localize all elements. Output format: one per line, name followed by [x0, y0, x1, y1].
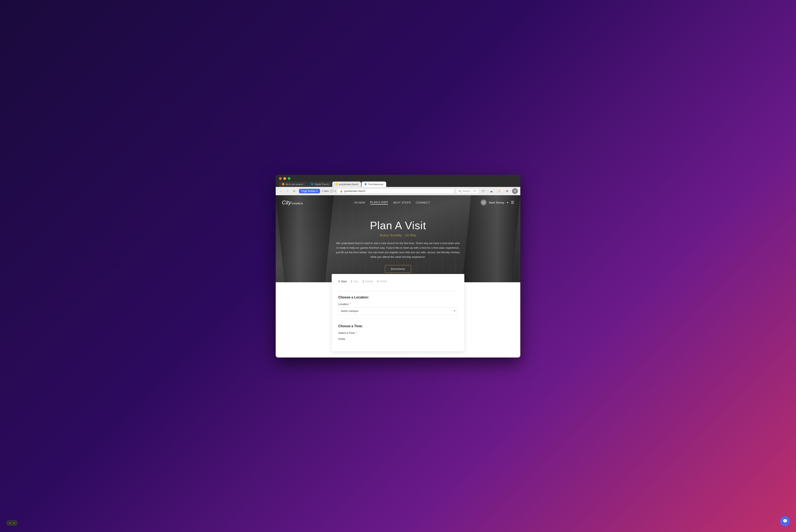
lock-icon: 🔒	[340, 190, 343, 192]
site-nav-links: I'M NEW PLAN A VISIT NEXT STEPS CONNECT	[354, 201, 430, 205]
step-2-label: You	[354, 280, 358, 283]
chat-icon: 💬	[782, 518, 788, 524]
step-4-num: 4	[377, 280, 379, 283]
site-nav-right: M Mark Tenney ▾ ☰	[481, 200, 514, 205]
cloud-icon-btn[interactable]: ☁	[488, 188, 494, 194]
tab-yourdomain-icon: 🟡	[335, 183, 338, 185]
traffic-lights	[276, 175, 520, 182]
logo-brand: City	[282, 200, 291, 206]
location-label: Location:	[338, 303, 349, 306]
user-chevron: ▾	[507, 201, 508, 204]
tab-allinone-label: All-in-one project...	[286, 183, 305, 186]
directions-button[interactable]: Directions	[385, 265, 411, 273]
user-avatar[interactable]: M	[512, 188, 518, 194]
nav-imnew[interactable]: I'M NEW	[354, 201, 365, 204]
comments-indicator: 💬 3	[330, 190, 336, 192]
dark-mode-icon: ●	[12, 521, 16, 525]
page-builder-button[interactable]: Page Builder ▾	[299, 189, 320, 193]
step-3-label: Family	[365, 280, 373, 283]
browser-toolbar: ‹ › ↻ Page Builder ▾ + New 💬 3 🔒 yourdom…	[276, 187, 520, 195]
location-select[interactable]: North Campus South Campus East Campus We…	[338, 307, 458, 315]
hero-subtitle: Every Sunday · 10:30a	[380, 233, 416, 237]
browser-chrome: 🟠 All-in-one project... 🔵 Digital Church…	[276, 175, 520, 195]
tab-allinone-icon: 🟠	[282, 183, 284, 185]
address-bar[interactable]: 🔒 yourdomain.church	[338, 189, 454, 194]
step-4-label: Finish	[380, 280, 387, 283]
form-section: 1 Start 2 You 3 Family 4 Finish	[276, 274, 520, 358]
maximize-button[interactable]	[288, 177, 290, 180]
hero-title: Plan A Visit	[370, 219, 426, 232]
location-section-title: Choose a Location:	[338, 296, 458, 299]
new-button[interactable]: + New	[322, 190, 329, 192]
chat-button[interactable]: 💬	[780, 516, 790, 526]
tab-allinone[interactable]: 🟠 All-in-one project...	[279, 182, 308, 187]
user-name: Mark Tenney	[489, 201, 504, 204]
light-mode-icon: ○	[8, 521, 12, 525]
step-1-label: Start	[341, 280, 346, 283]
search-icon: 🔍	[458, 190, 461, 192]
website-content: City CHURCH I'M NEW PLAN A VISIT NEXT ST…	[276, 195, 520, 358]
location-group: Location: * North Campus South Campus Ea…	[338, 303, 458, 315]
site-nav: City CHURCH I'M NEW PLAN A VISIT NEXT ST…	[276, 195, 520, 210]
settings-icon-btn[interactable]: ⚙	[504, 188, 510, 194]
search-shortcut: ⌘K	[473, 190, 477, 192]
time-section-title: Choose a Time:	[338, 323, 458, 328]
theme-toggle[interactable]: ○ ●	[6, 520, 18, 526]
tab-digitalchurch-label: Digital Church	[315, 183, 329, 186]
nav-planvisit[interactable]: PLAN A VISIT	[370, 201, 388, 205]
step-3-num: 3	[362, 280, 364, 283]
location-required: *	[350, 303, 351, 305]
logo-church: CHURCH	[292, 203, 303, 205]
site-logo: City CHURCH	[282, 200, 303, 206]
time-group: Select a Time: * 9:00a	[338, 331, 458, 342]
back-button[interactable]: ‹	[278, 188, 284, 194]
search-placeholder: Search...	[462, 190, 472, 192]
nav-nextsteps[interactable]: NEXT STEPS	[393, 201, 411, 204]
step-2: 2 You	[351, 280, 358, 283]
search-bar[interactable]: 🔍 Search... ⌘K	[456, 189, 479, 194]
minimize-button[interactable]	[283, 177, 286, 180]
close-button[interactable]	[279, 177, 282, 180]
time-label: Select a Time:	[338, 331, 355, 335]
tab-digitalchurch-icon: 🔵	[311, 183, 314, 185]
location-label-row: Location: *	[338, 303, 458, 306]
hero-section: City CHURCH I'M NEW PLAN A VISIT NEXT ST…	[276, 195, 520, 282]
time-section-divider	[338, 318, 458, 319]
form-divider	[338, 291, 458, 291]
hamburger-menu[interactable]: ☰	[511, 200, 514, 205]
shield-icon-btn[interactable]: 🛡	[480, 188, 486, 194]
comments-icon: 💬	[330, 190, 334, 192]
time-value: 9:00a	[338, 336, 458, 342]
hero-description: We understand that it's hard to visit a …	[336, 241, 460, 259]
form-card: 1 Start 2 You 3 Family 4 Finish	[332, 274, 464, 351]
tab-fontawesome[interactable]: 🔷 Font Awesome	[361, 182, 386, 187]
site-user-avatar: M	[481, 200, 487, 205]
lightning-icon-btn[interactable]: ⚡	[496, 188, 502, 194]
location-select-wrapper: North Campus South Campus East Campus We…	[338, 307, 458, 315]
form-steps: 1 Start 2 You 3 Family 4 Finish	[338, 280, 458, 286]
comments-count: 3	[334, 190, 336, 192]
tab-digitalchurch[interactable]: 🔵 Digital Church	[308, 182, 332, 187]
step-2-num: 2	[351, 280, 353, 283]
tab-fontawesome-icon: 🔷	[364, 183, 367, 185]
step-4: 4 Finish	[377, 280, 387, 283]
nav-controls: ‹ › ↻	[278, 188, 297, 194]
time-label-row: Select a Time: *	[338, 331, 458, 335]
browser-tabs: 🟠 All-in-one project... 🔵 Digital Church…	[276, 182, 520, 187]
address-text: yourdomain.church	[344, 190, 365, 192]
step-3: 3 Family	[362, 280, 373, 283]
nav-connect[interactable]: CONNECT	[416, 201, 430, 204]
step-1: 1 Start	[338, 280, 347, 283]
tab-yourdomain[interactable]: 🟡 yourdomain.church	[332, 182, 361, 187]
hero-content: Plan A Visit Every Sunday · 10:30a We un…	[276, 210, 520, 282]
tab-yourdomain-label: yourdomain.church	[339, 183, 358, 186]
browser-window: 🟠 All-in-one project... 🔵 Digital Church…	[276, 175, 520, 358]
step-1-num: 1	[338, 280, 340, 283]
forward-button[interactable]: ›	[285, 188, 291, 194]
reload-button[interactable]: ↻	[291, 188, 297, 194]
toolbar-icons: 🛡 ☁ ⚡ ⚙ M	[480, 188, 518, 194]
time-required: *	[356, 331, 357, 334]
new-label: + New	[322, 190, 329, 192]
tab-fontawesome-label: Font Awesome	[368, 183, 383, 186]
